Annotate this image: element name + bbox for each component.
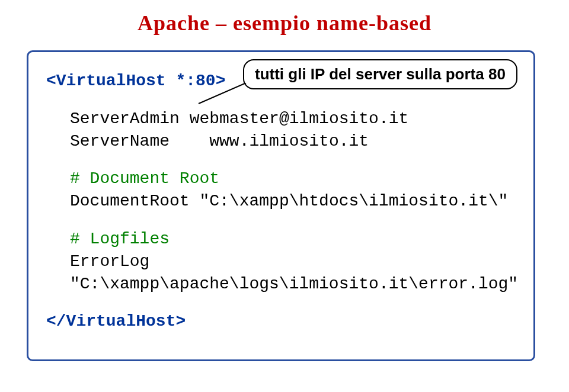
errorlog-key: ErrorLog bbox=[70, 252, 149, 271]
logfiles-comment: # Logfiles bbox=[70, 228, 516, 250]
documentroot-comment: # Document Root bbox=[70, 168, 516, 190]
page-title: Apache – esempio name-based bbox=[0, 0, 569, 36]
serveradmin-value: webmaster@ilmiosito.it bbox=[190, 110, 409, 128]
servername-value: www.ilmiosito.it bbox=[209, 132, 369, 150]
errorlog-value: "C:\xampp\apache\logs\ilmiosito.it\error… bbox=[70, 275, 518, 293]
code-box: <VirtualHost *:80> ServerAdmin webmaster… bbox=[27, 50, 535, 361]
virtualhost-open-tag: <VirtualHost *:80> bbox=[46, 72, 225, 90]
serveradmin-key: ServerAdmin bbox=[70, 110, 180, 128]
documentroot-key: DocumentRoot bbox=[70, 192, 190, 210]
servername-key: ServerName bbox=[70, 132, 170, 150]
virtualhost-close-tag: </VirtualHost> bbox=[46, 312, 186, 330]
callout-bubble: tutti gli IP del server sulla porta 80 bbox=[243, 59, 517, 89]
documentroot-value: "C:\xampp\htdocs\ilmiosito.it\" bbox=[199, 192, 508, 210]
